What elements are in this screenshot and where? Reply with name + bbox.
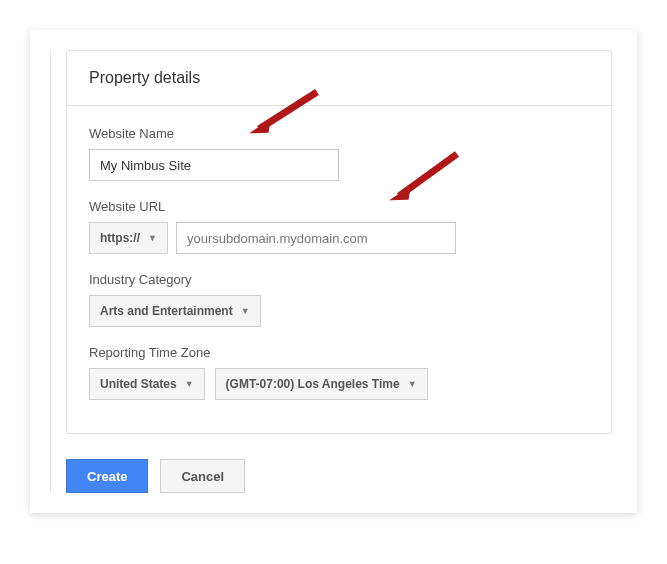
protocol-value: https://: [100, 231, 140, 245]
time-zone-group: Reporting Time Zone United States ▼ (GMT…: [89, 345, 589, 400]
time-zone-label: Reporting Time Zone: [89, 345, 589, 360]
country-value: United States: [100, 377, 177, 391]
url-row: https:// ▼: [89, 222, 589, 254]
country-dropdown[interactable]: United States ▼: [89, 368, 205, 400]
caret-down-icon: ▼: [241, 306, 250, 316]
create-button[interactable]: Create: [66, 459, 148, 493]
protocol-dropdown[interactable]: https:// ▼: [89, 222, 168, 254]
caret-down-icon: ▼: [408, 379, 417, 389]
page-container: Property details Website Name Website UR…: [30, 30, 637, 513]
industry-category-group: Industry Category Arts and Entertainment…: [89, 272, 589, 327]
industry-category-label: Industry Category: [89, 272, 589, 287]
timezone-value: (GMT-07:00) Los Angeles Time: [226, 377, 400, 391]
actions-row: Create Cancel: [66, 459, 612, 493]
website-url-group: Website URL https:// ▼: [89, 199, 589, 254]
card-header: Property details: [67, 51, 611, 106]
industry-category-value: Arts and Entertainment: [100, 304, 233, 318]
website-name-group: Website Name: [89, 126, 589, 181]
property-details-card: Property details Website Name Website UR…: [66, 50, 612, 434]
website-url-label: Website URL: [89, 199, 589, 214]
content-wrapper: Property details Website Name Website UR…: [50, 50, 612, 493]
time-zone-row: United States ▼ (GMT-07:00) Los Angeles …: [89, 368, 589, 400]
website-name-input[interactable]: [89, 149, 339, 181]
caret-down-icon: ▼: [148, 233, 157, 243]
industry-category-dropdown[interactable]: Arts and Entertainment ▼: [89, 295, 261, 327]
website-url-input[interactable]: [176, 222, 456, 254]
website-name-label: Website Name: [89, 126, 589, 141]
timezone-dropdown[interactable]: (GMT-07:00) Los Angeles Time ▼: [215, 368, 428, 400]
cancel-button[interactable]: Cancel: [160, 459, 245, 493]
card-title: Property details: [89, 69, 589, 87]
caret-down-icon: ▼: [185, 379, 194, 389]
card-body: Website Name Website URL https:// ▼ Indu…: [67, 106, 611, 433]
